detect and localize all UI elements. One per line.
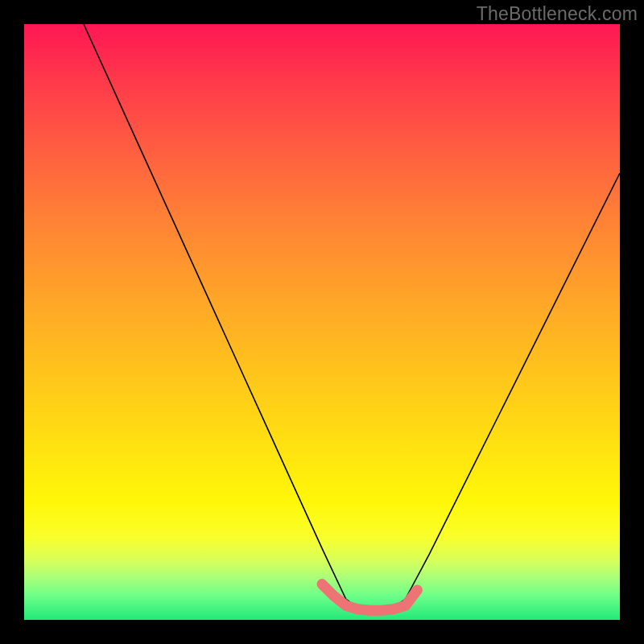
bottleneck-curve (84, 24, 620, 608)
bottleneck-chart (24, 24, 620, 620)
watermark-text: TheBottleneck.com (477, 3, 638, 25)
optimal-region-highlight (322, 584, 417, 611)
chart-plot-area (24, 24, 620, 620)
